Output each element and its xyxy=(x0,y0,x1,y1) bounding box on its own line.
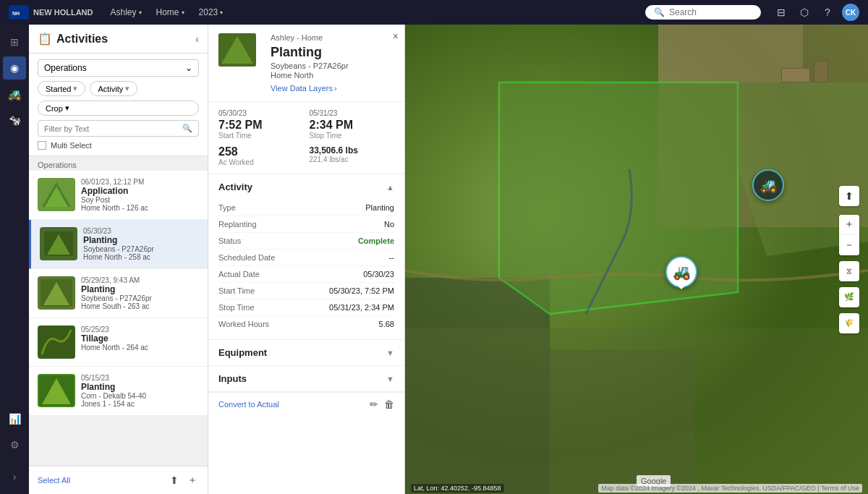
help-icon[interactable]: ? xyxy=(819,4,836,21)
chevron-down-icon: ▾ xyxy=(139,9,142,16)
convert-to-actual-button[interactable]: Convert to Actual xyxy=(218,400,279,409)
sidebar-icon-livestock[interactable]: 🐄 xyxy=(3,108,26,132)
activity-thumbnail xyxy=(38,178,75,211)
external-link-icon[interactable]: ⬡ xyxy=(796,4,813,21)
activity-name: Tillage xyxy=(81,333,199,344)
search-input[interactable] xyxy=(669,7,752,17)
operations-select[interactable]: Operations ⌄ xyxy=(38,59,199,77)
delete-button[interactable]: 🗑 xyxy=(384,399,394,410)
brand-name: NEW HOLLAND xyxy=(33,8,93,17)
multi-select-row: Multi Select xyxy=(38,141,199,150)
zoom-in-button[interactable]: ＋ xyxy=(839,215,859,235)
compass-button[interactable]: ⬆ xyxy=(839,186,859,206)
vegetation-button[interactable]: 🌿 xyxy=(839,287,859,307)
row-label: Scheduled Date xyxy=(218,253,275,262)
activity-sub1: Corn - Dekalb 54-40 xyxy=(81,392,199,400)
nav-user[interactable]: Ashley ▾ xyxy=(105,4,148,20)
sidebar-icon-settings[interactable]: ⚙ xyxy=(3,433,26,456)
activity-info: 05/25/23 Tillage Home North - 264 ac xyxy=(81,325,199,359)
weight-stat: 33,506.6 lbs 221.4 lbs/ac xyxy=(310,145,395,166)
arrow-right-icon: › xyxy=(334,84,337,93)
activity-sub1: Soybeans - P27A26pr xyxy=(81,294,199,302)
stop-time-label: Stop Time xyxy=(310,132,395,140)
filter-row: Started ▾ Activity ▾ xyxy=(38,81,199,96)
activity-filter-label: Activity xyxy=(98,85,123,93)
activity-chevron-icon: ▲ xyxy=(386,183,394,192)
nav-home[interactable]: Home ▾ xyxy=(150,4,190,20)
list-item[interactable]: 05/29/23, 9:43 AM Planting Soybeans - P2… xyxy=(29,269,208,318)
search-bar[interactable]: 🔍 xyxy=(645,5,761,20)
detail-row-stop-time: Stop Time 05/31/23, 2:34 PM xyxy=(218,299,394,316)
activity-date: 05/30/23 xyxy=(83,227,199,235)
split-view-icon[interactable]: ⊟ xyxy=(773,4,790,21)
filter-text-input[interactable] xyxy=(44,124,178,133)
logo[interactable]: NH NEW HOLLAND xyxy=(9,5,93,20)
detail-row-worked-hours: Worked Hours 5.68 xyxy=(218,316,394,332)
activity-thumbnail xyxy=(40,227,77,260)
row-value: -- xyxy=(389,253,394,262)
row-value: No xyxy=(384,220,394,229)
sidebar-icon-tractor[interactable]: 🚜 xyxy=(3,82,26,106)
activity-name: Planting xyxy=(81,382,199,392)
tractor-marker-1[interactable]: 🚜 xyxy=(752,169,784,201)
sidebar-icon-chart[interactable]: 📊 xyxy=(3,407,26,430)
activity-info: 06/01/23, 12:12 PM Application Soy Post … xyxy=(81,178,199,212)
activity-thumbnail xyxy=(38,374,75,407)
activity-sub1: Home North - 264 ac xyxy=(81,344,199,352)
row-label: Stop Time xyxy=(218,303,255,312)
detail-thumbnail xyxy=(218,33,256,67)
sidebar-icon-grid[interactable]: ⊞ xyxy=(3,30,26,54)
remove-started-icon[interactable]: ▾ xyxy=(73,84,77,93)
activity-date: 05/25/23 xyxy=(81,325,199,333)
detail-breadcrumb: Ashley - Home xyxy=(271,33,349,42)
sidebar-icon-map[interactable]: ◉ xyxy=(3,56,26,80)
sidebar-icon-collapse[interactable]: › xyxy=(3,465,26,488)
multi-select-checkbox[interactable] xyxy=(38,141,46,150)
select-all-button[interactable]: Select All xyxy=(38,476,70,485)
close-button[interactable]: × xyxy=(393,30,399,42)
activity-section-header[interactable]: Activity ▲ xyxy=(208,174,404,200)
list-item[interactable]: 05/30/23 Planting Soybeans - P27A26pr Ho… xyxy=(29,220,208,269)
nav-year[interactable]: 2023 ▾ xyxy=(193,4,229,20)
activity-section-title: Activity xyxy=(218,182,252,192)
crop-layers-button[interactable]: 🌾 xyxy=(839,313,859,333)
operations-group-label: Operations xyxy=(29,156,208,171)
collapse-button[interactable]: ‹ xyxy=(195,33,199,45)
list-item[interactable]: 05/15/23 Planting Corn - Dekalb 54-40 Jo… xyxy=(29,367,208,416)
view-data-layers-label: View Data Layers xyxy=(271,84,333,93)
equipment-section-header[interactable]: Equipment ▼ xyxy=(208,340,404,365)
edit-button[interactable]: ✏ xyxy=(370,399,378,410)
ac-worked-label: Ac Worked xyxy=(218,158,304,166)
started-filter-button[interactable]: Started ▾ xyxy=(38,81,85,96)
text-filter[interactable]: 🔍 xyxy=(38,120,199,137)
remove-activity-icon[interactable]: ▾ xyxy=(125,84,129,93)
detail-panel: Ashley - Home Planting Soybeans - P27A26… xyxy=(208,25,405,494)
detail-footer-actions: ✏ 🗑 xyxy=(370,399,394,410)
stop-time-stat: 05/31/23 2:34 PM Stop Time xyxy=(310,109,395,140)
inputs-section: Inputs ▼ xyxy=(208,366,404,392)
add-button[interactable]: ＋ xyxy=(186,472,199,488)
ac-worked-stat: 258 Ac Worked xyxy=(218,145,304,166)
activity-sub1: Soy Post xyxy=(81,196,199,204)
crop-filter-button[interactable]: Crop ▾ xyxy=(38,101,199,116)
export-button[interactable]: ⬆ xyxy=(169,472,180,488)
inputs-section-header[interactable]: Inputs ▼ xyxy=(208,366,404,391)
user-avatar[interactable]: CK xyxy=(842,4,859,21)
activity-filter-button[interactable]: Activity ▾ xyxy=(90,81,137,96)
detail-location: Home North xyxy=(271,71,349,80)
layers-button[interactable]: ⧖ xyxy=(839,261,859,281)
activities-footer: Select All ⬆ ＋ xyxy=(29,466,208,494)
activity-name: Planting xyxy=(83,235,199,245)
detail-row-actual-date: Actual Date 05/30/23 xyxy=(218,266,394,283)
logo-box: NH xyxy=(9,5,29,20)
activities-title: 📋 Activities xyxy=(38,32,108,46)
main-content: ⊞ ◉ 🚜 🐄 📊 ⚙ › 📋 Activities ‹ Operations … xyxy=(0,25,868,494)
list-item[interactable]: 06/01/23, 12:12 PM Application Soy Post … xyxy=(29,171,208,220)
tractor-marker-2[interactable]: 🚜 xyxy=(665,256,697,288)
view-data-layers-button[interactable]: View Data Layers › xyxy=(271,84,349,93)
list-item[interactable]: 05/25/23 Tillage Home North - 264 ac xyxy=(29,318,208,367)
building-marker xyxy=(781,68,810,82)
map-area[interactable]: 🚜 🚜 ⬆ ＋ － ⧖ 🌿 🌾 Google Lat, Lon: 42.4025… xyxy=(405,25,868,494)
zoom-out-button[interactable]: － xyxy=(839,235,859,255)
equipment-section-title: Equipment xyxy=(218,347,267,358)
